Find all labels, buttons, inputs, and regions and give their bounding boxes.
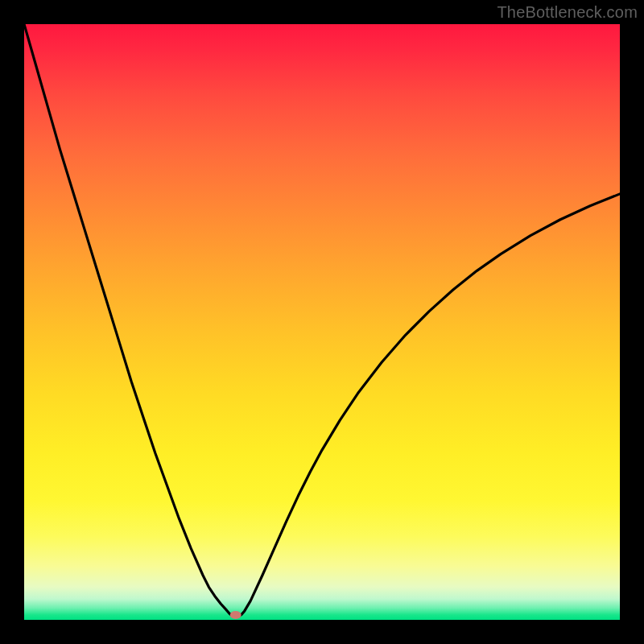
watermark-text: TheBottleneck.com [497,3,638,22]
chart-frame: TheBottleneck.com [0,0,644,644]
curve-layer [24,24,620,620]
bottleneck-curve [24,24,620,617]
plot-area [24,24,620,620]
minimum-marker [230,611,242,619]
